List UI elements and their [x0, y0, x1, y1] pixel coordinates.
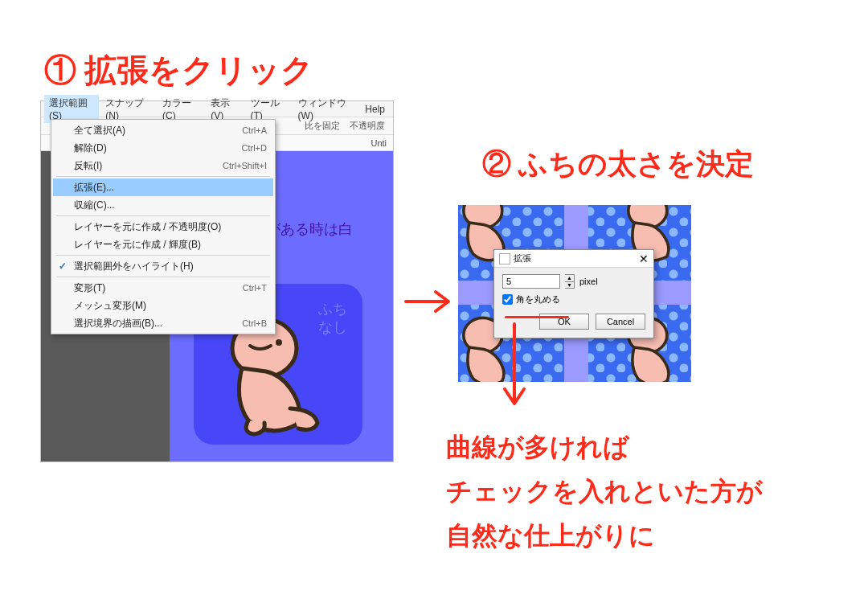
- menu-window[interactable]: ウィンドウ(W): [293, 95, 359, 123]
- menu-help[interactable]: Help: [360, 102, 390, 117]
- menuitem-create-from-layer-opacity[interactable]: レイヤーを元に作成 / 不透明度(O): [53, 218, 273, 236]
- menuitem-draw-selection-border[interactable]: 選択境界の描画(B)...Ctrl+B: [53, 314, 273, 332]
- menubar: 選択範囲(S) スナップ(N) カラー(C) 表示(V) ツール(T) ウィンド…: [41, 101, 393, 117]
- menuitem-invert[interactable]: 反転(I)Ctrl+Shift+I: [53, 157, 273, 174]
- svg-point-1: [277, 341, 280, 344]
- menuitem-select-all[interactable]: 全て選択(A)Ctrl+A: [53, 121, 273, 139]
- annotation-underline: [505, 316, 569, 318]
- menuitem-highlight-outside[interactable]: 選択範囲外をハイライト(H): [53, 257, 273, 275]
- menuitem-mesh-transform[interactable]: メッシュ変形(M): [53, 297, 273, 314]
- menuitem-create-from-layer-luminance[interactable]: レイヤーを元に作成 / 輝度(B): [53, 236, 273, 253]
- selection-dropdown: 全て選択(A)Ctrl+A 解除(D)Ctrl+D 反転(I)Ctrl+Shif…: [51, 119, 276, 334]
- annotation-note-1: 曲線が多ければ: [446, 430, 629, 465]
- round-corners-checkbox[interactable]: [502, 294, 513, 305]
- menuitem-transform[interactable]: 変形(T)Ctrl+T: [53, 279, 273, 297]
- canvas-text-fragment: がある時は白: [266, 219, 353, 239]
- annotation-note-3: 自然な仕上がりに: [446, 519, 655, 554]
- annotation-note-2: チェックを入れといた方が: [446, 474, 763, 510]
- arrow-icon: [402, 285, 458, 318]
- tab-untitled[interactable]: Unti: [371, 138, 387, 148]
- annotation-step1: ① 拡張をクリック: [44, 48, 313, 92]
- round-corners-label: 角を丸める: [516, 293, 560, 306]
- expand-pixel-input[interactable]: [502, 274, 560, 289]
- spinner-buttons[interactable]: ▲▼: [565, 274, 575, 289]
- annotation-step2: ② ふちの太さを決定: [482, 145, 754, 184]
- cancel-button[interactable]: Cancel: [596, 314, 645, 330]
- toolbar-ratio-lock[interactable]: 比を固定: [305, 120, 340, 132]
- dialog-icon: [499, 253, 510, 264]
- menuitem-contract[interactable]: 収縮(C)...: [53, 196, 273, 214]
- unit-label: pixel: [579, 277, 598, 286]
- menuitem-deselect[interactable]: 解除(D)Ctrl+D: [53, 139, 273, 157]
- menuitem-expand[interactable]: 拡張(E)...: [53, 178, 273, 196]
- close-icon[interactable]: ✕: [639, 252, 649, 265]
- dialog-title: 拡張: [514, 252, 531, 264]
- dialog-titlebar[interactable]: 拡張 ✕: [494, 250, 653, 268]
- toolbar-opacity[interactable]: 不透明度: [350, 120, 385, 132]
- arrow-down-icon: [498, 320, 530, 416]
